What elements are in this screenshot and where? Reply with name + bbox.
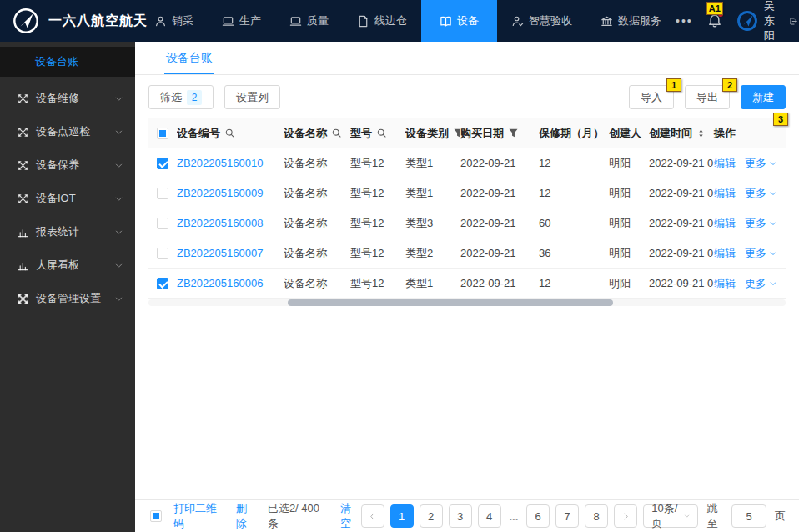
device-no-link[interactable]: ZB202205160010: [177, 157, 263, 169]
jump-page-input[interactable]: [731, 504, 766, 528]
sidebar-item-report-stats[interactable]: 报表统计: [0, 215, 135, 248]
delete-link[interactable]: 删除: [236, 501, 256, 531]
column-header-warranty: 保修期（月）: [539, 126, 609, 141]
nav-item-production[interactable]: 生产: [208, 0, 275, 42]
toolbar: 筛选 2 设置列 导入 1 导出 2 新建 3: [135, 75, 799, 118]
device-name-cell: 设备名称: [284, 156, 350, 171]
more-link[interactable]: 更多: [745, 246, 777, 261]
sidebar-item-device-settings[interactable]: 设备管理设置: [0, 282, 135, 315]
row-checkbox[interactable]: [148, 218, 177, 229]
sidebar-item-device-repair[interactable]: 设备维修: [0, 82, 135, 115]
import-button[interactable]: 导入 1: [629, 85, 674, 109]
table-footer: 打印二维码 删除 已选2/ 400 条 清空 1 2 3 4 ... 6 7 8…: [135, 499, 799, 532]
clear-selection-link[interactable]: 清空: [340, 501, 360, 531]
edit-link[interactable]: 编辑: [714, 276, 736, 291]
model-cell: 型号12: [350, 246, 405, 261]
nav-item-sales[interactable]: 销采: [140, 0, 208, 42]
create-time-cell: 2022-09-21 0: [649, 217, 714, 229]
nav-item-quality[interactable]: 质量: [275, 0, 343, 42]
column-header-device-name[interactable]: 设备名称: [284, 126, 350, 141]
create-time-cell: 2022-09-21 0: [649, 247, 714, 259]
sidebar-item-device-inspection[interactable]: 设备点巡检: [0, 115, 135, 148]
search-icon[interactable]: [376, 128, 387, 138]
page-size-select[interactable]: 10条/页: [643, 504, 698, 528]
row-checkbox[interactable]: [148, 188, 177, 199]
device-no-link[interactable]: ZB202205160007: [177, 247, 263, 259]
buy-date-cell: 2022-09-21: [460, 247, 539, 259]
next-page-button[interactable]: [614, 504, 637, 528]
user-menu[interactable]: 吴东阳: [736, 0, 775, 43]
page-button-7[interactable]: 7: [555, 504, 579, 528]
edit-link[interactable]: 编辑: [714, 186, 736, 201]
toolbar-right: 导入 1 导出 2 新建 3: [629, 85, 786, 109]
search-icon[interactable]: [331, 128, 342, 138]
device-no-link[interactable]: ZB202205160006: [177, 277, 263, 289]
device-no-link[interactable]: ZB202205160009: [177, 187, 263, 199]
page-button-2[interactable]: 2: [420, 504, 443, 528]
prev-page-button[interactable]: [361, 504, 384, 528]
more-link[interactable]: 更多: [745, 216, 777, 231]
edit-link[interactable]: 编辑: [714, 216, 736, 231]
category-cell: 类型3: [405, 216, 460, 231]
row-checkbox[interactable]: [148, 158, 177, 169]
sidebar-item-device-iot[interactable]: 设备IOT: [0, 182, 135, 215]
nav-item-smart-acceptance[interactable]: 智慧验收: [497, 0, 586, 42]
chevron-left-icon: [368, 512, 377, 521]
laptop-icon: [289, 15, 302, 28]
buy-date-cell: 2022-09-21: [460, 277, 539, 289]
nav-item-equipment[interactable]: 设备: [421, 0, 497, 42]
page-button-1[interactable]: 1: [390, 504, 414, 528]
edit-link[interactable]: 编辑: [714, 156, 736, 171]
creator-cell: 明阳: [609, 186, 649, 201]
filter-button[interactable]: 筛选 2: [148, 85, 214, 109]
page-button-3[interactable]: 3: [449, 504, 472, 528]
logout-button[interactable]: 退出: [789, 6, 799, 36]
sort-icon[interactable]: [696, 128, 706, 139]
jump-to-label: 跳至: [706, 501, 723, 531]
model-cell: 型号12: [350, 156, 405, 171]
nav-item-data-service[interactable]: 数据服务: [586, 0, 676, 42]
page-button-4[interactable]: 4: [478, 504, 501, 528]
column-header-device-no[interactable]: 设备编号: [177, 126, 284, 141]
page-button-6[interactable]: 6: [526, 504, 550, 528]
column-header-create-time[interactable]: 创建时间: [649, 126, 714, 141]
device-no-link[interactable]: ZB202205160008: [177, 217, 263, 229]
buy-date-cell: 2022-09-21: [460, 217, 539, 229]
select-all-checkbox[interactable]: [148, 128, 177, 139]
chevron-down-icon: [114, 261, 123, 270]
annotation-badge-3: 3: [773, 113, 788, 126]
export-button[interactable]: 导出 2: [685, 85, 730, 109]
table-row: ZB202205160006 设备名称 型号12 类型1 2022-09-21 …: [148, 269, 786, 299]
more-link[interactable]: 更多: [745, 276, 777, 291]
sidebar-item-dashboard[interactable]: 大屏看板: [0, 248, 135, 282]
column-header-buy-date[interactable]: 购买日期: [460, 126, 539, 141]
filter-icon[interactable]: [508, 128, 519, 138]
column-header-category[interactable]: 设备类别: [405, 126, 460, 141]
more-link[interactable]: 更多: [745, 156, 777, 171]
search-icon[interactable]: [224, 128, 235, 138]
more-link[interactable]: 更多: [745, 186, 777, 201]
row-checkbox[interactable]: [148, 248, 177, 259]
brand: 一六八航空航天: [0, 0, 140, 42]
column-header-model[interactable]: 型号: [350, 126, 405, 141]
warranty-cell: 12: [539, 277, 609, 289]
set-columns-button[interactable]: 设置列: [224, 85, 280, 109]
page-button-8[interactable]: 8: [585, 504, 608, 528]
footer-select-checkbox[interactable]: [150, 510, 162, 522]
tab-device-ledger[interactable]: 设备台账: [164, 43, 214, 74]
avatar: [736, 10, 758, 32]
print-qrcode-link[interactable]: 打印二维码: [173, 501, 224, 531]
row-checkbox[interactable]: [148, 278, 177, 289]
sidebar-item-device-ledger[interactable]: 设备台账: [0, 47, 135, 77]
filter-icon[interactable]: [453, 128, 460, 138]
create-button[interactable]: 新建 3: [741, 85, 786, 109]
notification-bell-icon[interactable]: A1: [707, 13, 722, 28]
user-icon: [154, 15, 167, 28]
sidebar-item-device-maintenance[interactable]: 设备保养: [0, 148, 135, 182]
book-icon: [440, 15, 452, 28]
model-cell: 型号12: [350, 276, 405, 291]
more-menu-icon[interactable]: •••: [676, 14, 693, 28]
nav-item-line-warehouse[interactable]: 线边仓: [343, 0, 421, 42]
edit-link[interactable]: 编辑: [714, 246, 736, 261]
scrollbar-thumb[interactable]: [288, 299, 613, 306]
